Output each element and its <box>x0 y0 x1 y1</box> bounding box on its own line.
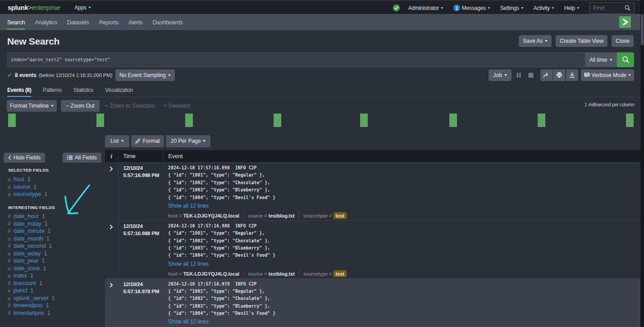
field-name[interactable]: punct <box>14 287 27 294</box>
splunk-logo[interactable]: splunk>enterprise <box>8 4 60 11</box>
find-input[interactable] <box>593 5 625 11</box>
zoom-to-selection-button[interactable]: + Zoom to Selection <box>105 103 155 109</box>
nav-item-analytics[interactable]: Analytics <box>35 14 57 30</box>
timeline-bar[interactable] <box>360 114 368 127</box>
settings-menu[interactable]: Settings <box>500 5 524 11</box>
event-time-cell[interactable]: 12/10/245:57:16.988 PM <box>119 221 164 278</box>
field-item-date_zone[interactable]: adate_zone1 <box>8 265 103 272</box>
event-time-cell[interactable]: 12/10/245:57:16.998 PM <box>119 163 164 220</box>
activity-menu[interactable]: Activity <box>534 5 554 11</box>
create-table-view-button[interactable]: Create Table View <box>556 35 607 47</box>
field-item-date_wday[interactable]: adate_wday1 <box>8 250 103 258</box>
field-name[interactable]: date_month <box>14 236 43 242</box>
sourcetype-value[interactable]: test <box>333 270 347 277</box>
save-as-button[interactable]: Save As <box>519 35 552 47</box>
nav-item-reports[interactable]: Reports <box>99 14 119 30</box>
field-item-date_second[interactable]: #date_second1 <box>8 242 103 250</box>
messages-menu[interactable]: 1 Messages <box>453 5 490 11</box>
list-view-button[interactable]: List <box>105 135 129 147</box>
field-item-timeendpos[interactable]: #timeendpos1 <box>8 302 103 309</box>
field-name[interactable]: splunk_server <box>14 295 49 301</box>
nav-item-datasets[interactable]: Datasets <box>67 14 89 30</box>
tab-statistics[interactable]: Statistics <box>73 84 93 97</box>
page-scrollbar[interactable] <box>640 0 644 327</box>
field-name[interactable]: date_year <box>14 258 39 264</box>
column-header-time[interactable]: Time <box>119 150 164 162</box>
print-button[interactable] <box>553 69 565 81</box>
nav-item-search[interactable]: Search <box>7 14 25 30</box>
show-all-lines-link[interactable]: Show all 12 lines <box>168 260 209 268</box>
host-value[interactable]: TEK-LDJGYQJ4LQ.local <box>183 213 239 218</box>
nav-item-dashboards[interactable]: Dashboards <box>152 14 183 30</box>
timeline-bar[interactable] <box>274 114 281 127</box>
stop-icon[interactable] <box>528 73 534 78</box>
search-mode-button[interactable]: Verbose Mode <box>581 69 634 81</box>
tab-visualization[interactable]: Visualization <box>105 84 133 97</box>
event-time-cell[interactable]: 12/10/245:57:16.978 PM <box>119 279 164 327</box>
tab-patterns[interactable]: Patterns <box>43 84 62 97</box>
per-page-button[interactable]: 20 Per Page <box>166 135 211 147</box>
tab-events-8-[interactable]: Events (8) <box>7 84 31 97</box>
show-all-lines-link[interactable]: Show all 12 lines <box>168 202 209 209</box>
column-header-info[interactable]: i <box>105 150 119 162</box>
close-button[interactable]: Close <box>612 35 634 47</box>
field-name[interactable]: source <box>14 184 31 190</box>
export-button[interactable] <box>566 69 578 81</box>
field-name[interactable]: date_mday <box>14 221 41 227</box>
help-menu[interactable]: Help <box>564 5 580 11</box>
timeline-bar[interactable] <box>449 114 457 127</box>
sourcetype-value[interactable]: test <box>333 212 347 219</box>
event-sampling-button[interactable]: No Event Sampling <box>115 69 175 81</box>
field-item-sourcetype[interactable]: asourcetype1 <box>8 191 103 198</box>
source-value[interactable]: testblog.txt <box>269 271 295 277</box>
deselect-button[interactable]: × Deselect <box>164 103 190 109</box>
field-item-linecount[interactable]: #linecount1 <box>8 280 103 287</box>
expand-event-icon[interactable] <box>110 283 113 287</box>
field-item-date_month[interactable]: adate_month1 <box>8 235 103 243</box>
field-item-date_minute[interactable]: #date_minute1 <box>8 227 103 235</box>
field-item-splunk_server[interactable]: asplunk_server1 <box>8 295 103 302</box>
field-item-punct[interactable]: apunct1 <box>8 287 103 295</box>
format-timeline-button[interactable]: Format Timeline <box>7 100 57 112</box>
pause-icon[interactable] <box>516 73 521 78</box>
field-name[interactable]: date_minute <box>14 228 45 234</box>
source-value[interactable]: testblog.txt <box>269 213 295 218</box>
share-button[interactable] <box>540 69 553 81</box>
timeline-bar[interactable] <box>185 114 193 127</box>
job-menu-button[interactable]: Job <box>489 69 511 81</box>
format-button[interactable]: Format <box>131 135 164 147</box>
all-fields-button[interactable]: All Fields <box>63 153 101 163</box>
apps-menu[interactable]: Apps <box>74 5 91 11</box>
field-name[interactable]: index <box>14 272 27 279</box>
timeline-histogram[interactable] <box>0 114 644 127</box>
nav-item-alerts[interactable]: Alerts <box>128 14 142 30</box>
field-item-host[interactable]: ahost1 <box>8 176 103 183</box>
zoom-out-button[interactable]: − Zoom Out <box>61 100 100 112</box>
field-name[interactable]: timestartpos <box>14 310 44 316</box>
column-header-event[interactable]: Event <box>164 150 641 162</box>
system-status-icon[interactable] <box>393 5 400 11</box>
time-range-picker[interactable]: All time <box>585 52 617 67</box>
field-item-date_mday[interactable]: #date_mday1 <box>8 220 103 228</box>
host-value[interactable]: TEK-LDJGYQJ4LQ.local <box>183 271 239 277</box>
timeline-bar[interactable] <box>626 114 634 127</box>
field-item-date_year[interactable]: #date_year1 <box>8 257 103 265</box>
field-name[interactable]: date_wday <box>14 250 41 257</box>
field-name[interactable]: host <box>14 176 24 182</box>
field-item-timestartpos[interactable]: #timestartpos1 <box>8 309 103 317</box>
administrator-menu[interactable]: Administrator <box>408 5 443 11</box>
search-query-input[interactable]: index="aaron_test2" sourcetype="test" <box>7 52 585 67</box>
timeline-bar[interactable] <box>538 114 545 127</box>
field-name[interactable]: linecount <box>14 280 36 286</box>
show-all-lines-link[interactable]: Show all 12 lines <box>168 318 209 325</box>
timeline-bar[interactable] <box>96 114 104 127</box>
timeline-bar[interactable] <box>8 114 16 127</box>
field-item-source[interactable]: asource1 <box>8 183 103 191</box>
field-item-date_hour[interactable]: #date_hour1 <box>8 213 103 220</box>
field-name[interactable]: date_second <box>14 243 46 249</box>
search-button[interactable] <box>617 52 634 67</box>
field-name[interactable]: date_zone <box>14 265 40 272</box>
scrollbar-thumb[interactable] <box>641 14 644 45</box>
search-app-icon[interactable] <box>619 16 631 28</box>
expand-event-icon[interactable] <box>110 167 113 171</box>
